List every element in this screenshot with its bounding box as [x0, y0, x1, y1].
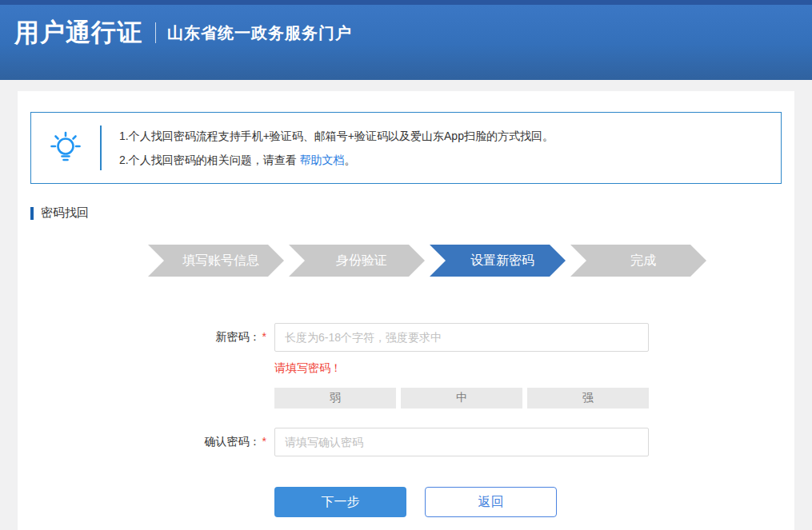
required-asterisk: *: [262, 330, 266, 343]
notice-box: 1.个人找回密码流程支持手机+验证码、邮箱号+验证码以及爱山东App扫脸的方式找…: [30, 112, 782, 184]
password-error-message: 请填写密码！: [274, 361, 782, 376]
section-title-text: 密码找回: [41, 205, 89, 221]
notice-line-2: 2.个人找回密码的相关问题，请查看 帮助文档。: [119, 148, 554, 172]
required-asterisk: *: [262, 435, 266, 448]
main-card: 1.个人找回密码流程支持手机+验证码、邮箱号+验证码以及爱山东App扫脸的方式找…: [18, 91, 794, 530]
section-title-bar: [30, 207, 34, 220]
header-subtitle: 山东省统一政务服务门户: [167, 22, 352, 44]
header: 用户通行证 山东省统一政务服务门户: [0, 0, 812, 80]
strength-medium: 中: [401, 388, 522, 408]
step-4: 完成: [570, 245, 706, 277]
section-title: 密码找回: [30, 205, 782, 221]
step-2: 身份验证: [289, 245, 425, 277]
step-3: 设置新密码: [430, 245, 566, 277]
header-divider: [155, 22, 156, 43]
strength-weak: 弱: [274, 388, 396, 408]
confirm-password-input[interactable]: [274, 428, 649, 456]
confirm-password-row: 确认密码：*: [30, 428, 782, 456]
button-row: 下一步 返回: [274, 487, 782, 517]
step-1: 填写账号信息: [148, 245, 284, 277]
password-strength-meter: 弱 中 强: [274, 388, 649, 408]
new-password-input[interactable]: [274, 323, 649, 352]
next-step-button[interactable]: 下一步: [274, 487, 406, 517]
page-title: 用户通行证: [14, 16, 142, 50]
strength-strong: 强: [527, 388, 649, 408]
notice-line-1: 1.个人找回密码流程支持手机+验证码、邮箱号+验证码以及爱山东App扫脸的方式找…: [119, 124, 554, 148]
back-button[interactable]: 返回: [425, 487, 557, 517]
help-doc-link[interactable]: 帮助文档: [300, 153, 345, 166]
confirm-password-label: 确认密码：*: [30, 435, 266, 449]
password-form: 新密码：* 请填写密码！ 弱 中 强 确认密码：* 下一步 返回: [30, 323, 782, 517]
new-password-row: 新密码：*: [30, 323, 782, 352]
lightbulb-icon: [31, 129, 100, 167]
new-password-label: 新密码：*: [30, 330, 266, 345]
step-wizard: 填写账号信息 身份验证 设置新密码 完成: [148, 245, 782, 277]
notice-line-2-suffix: 。: [345, 153, 356, 166]
notice-line-2-text: 2.个人找回密码的相关问题，请查看: [119, 153, 300, 166]
